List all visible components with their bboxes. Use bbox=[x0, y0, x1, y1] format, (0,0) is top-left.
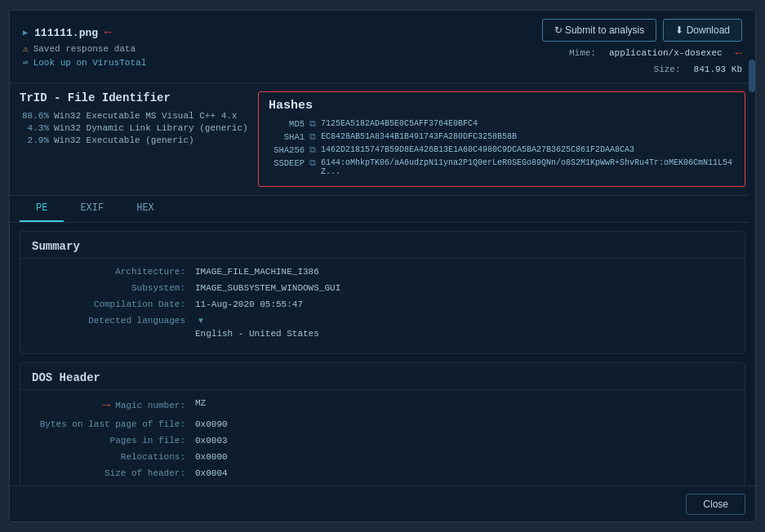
hash-label: SHA1 bbox=[269, 132, 305, 142]
tab-content-pe: Summary Architecture: IMAGE_FILE_MACHINE… bbox=[10, 223, 755, 485]
trid-row: 88.6%Win32 Executable MS Visual C++ 4.x bbox=[20, 111, 248, 121]
download-button[interactable]: ⬇ Download bbox=[663, 19, 742, 42]
bytes-row: Bytes on last page of file: 0x0090 bbox=[32, 419, 733, 429]
hash-rows: MD5 ⧉ 7125EA5182AD4B5E0C5AFF3764E0BFC4 S… bbox=[269, 119, 735, 176]
size-header-value: 0x0004 bbox=[195, 468, 228, 478]
trid-row: 4.3%Win32 Dynamic Link Library (generic) bbox=[20, 123, 248, 133]
tabs-bar: PE EXIF HEX bbox=[10, 196, 755, 223]
tab-hex[interactable]: HEX bbox=[120, 196, 171, 222]
copy-icon[interactable]: ⧉ bbox=[309, 132, 316, 142]
detected-languages-dropdown[interactable]: ▼ bbox=[198, 317, 203, 326]
detected-languages-value: ▼ bbox=[195, 316, 203, 326]
size-header-label: Size of header: bbox=[32, 468, 195, 478]
trid-row: 2.9%Win32 Executable (generic) bbox=[20, 135, 248, 145]
bytes-value: 0x0090 bbox=[195, 419, 228, 429]
compilation-label: Compilation Date: bbox=[32, 299, 195, 309]
close-button[interactable]: Close bbox=[686, 494, 745, 515]
filename-arrow-icon: ← bbox=[105, 25, 113, 40]
saved-response-label: Saved response data bbox=[33, 44, 136, 54]
hash-value: 7125EA5182AD4B5E0C5AFF3764E0BFC4 bbox=[321, 119, 478, 128]
detected-languages-row: Detected languages ▼ bbox=[32, 316, 733, 326]
trid-pct: 88.6% bbox=[20, 111, 49, 121]
size-header-row: Size of header: 0x0004 bbox=[32, 468, 733, 478]
language-value: English - United States bbox=[195, 329, 319, 339]
size-value: 841.93 Kb bbox=[694, 64, 742, 74]
arch-label: Architecture: bbox=[32, 267, 195, 277]
compilation-row: Compilation Date: 11-Aug-2020 05:55:47 bbox=[32, 299, 733, 309]
trid-pct: 4.3% bbox=[20, 123, 49, 133]
scrollbar-track[interactable] bbox=[749, 223, 755, 485]
subsystem-row: Subsystem: IMAGE_SUBSYSTEM_WINDOWS_GUI bbox=[32, 283, 733, 293]
mime-size-row: Mime: application/x-dosexec ← bbox=[569, 47, 742, 60]
mime-arrow-icon: ← bbox=[736, 47, 742, 60]
summary-body: Architecture: IMAGE_FILE_MACHINE_I386 Su… bbox=[20, 259, 745, 353]
trid-pct: 2.9% bbox=[20, 135, 49, 145]
trid-title: TrID - File Identifier bbox=[20, 91, 248, 104]
hashes-panel: Hashes MD5 ⧉ 7125EA5182AD4B5E0C5AFF3764E… bbox=[258, 91, 745, 187]
mime-label: Mime: bbox=[569, 48, 596, 58]
filename: 111111.png bbox=[34, 27, 98, 39]
summary-title: Summary bbox=[20, 232, 745, 259]
subsystem-value: IMAGE_SUBSYSTEM_WINDOWS_GUI bbox=[195, 283, 340, 293]
relocations-value: 0x0000 bbox=[195, 452, 228, 462]
size-row: Size: 841.93 Kb bbox=[654, 64, 742, 74]
magic-arrow-icon: → bbox=[103, 398, 111, 413]
hash-label: SHA256 bbox=[269, 145, 305, 155]
relocations-row: Relocations: 0x0000 bbox=[32, 452, 733, 462]
pages-row: Pages in file: 0x0003 bbox=[32, 436, 733, 446]
arch-value: IMAGE_FILE_MACHINE_I386 bbox=[195, 267, 319, 277]
modal-footer: Close bbox=[10, 485, 755, 521]
hash-label: SSDEEP bbox=[269, 158, 305, 168]
pages-label: Pages in file: bbox=[32, 436, 195, 446]
arch-row: Architecture: IMAGE_FILE_MACHINE_I386 bbox=[32, 267, 733, 277]
dos-header-title: DOS Header bbox=[20, 363, 745, 390]
submit-button[interactable]: ↻ Submit to analysis bbox=[542, 19, 657, 42]
virustotal-link[interactable]: Look up on VirusTotal bbox=[33, 58, 147, 68]
trid-label: Win32 Dynamic Link Library (generic) bbox=[54, 123, 248, 133]
hashes-title: Hashes bbox=[269, 99, 735, 113]
tab-exif[interactable]: EXIF bbox=[64, 196, 120, 222]
virustotal-row[interactable]: ⇌ Look up on VirusTotal bbox=[23, 57, 146, 68]
header-right: ↻ Submit to analysis ⬇ Download Mime: ap… bbox=[542, 19, 742, 74]
header-left: ▶ 111111.png ← ⚠ Saved response data ⇌ L… bbox=[23, 25, 146, 68]
copy-icon[interactable]: ⧉ bbox=[309, 158, 316, 168]
tab-pe[interactable]: PE bbox=[20, 196, 64, 222]
copy-icon[interactable]: ⧉ bbox=[309, 145, 316, 155]
header-buttons: ↻ Submit to analysis ⬇ Download bbox=[542, 19, 742, 42]
mime-value: application/x-dosexec bbox=[609, 48, 723, 58]
compilation-value: 11-Aug-2020 05:55:47 bbox=[195, 299, 303, 309]
hash-row: SHA256 ⧉ 1462D21815747B59D8EA426B13E1A60… bbox=[269, 145, 735, 155]
hash-value: EC8428AB51A8344B1B491743FA280DFC3258B58B bbox=[321, 132, 517, 141]
hash-label: MD5 bbox=[269, 119, 305, 129]
trid-rows: 88.6%Win32 Executable MS Visual C++ 4.x4… bbox=[20, 111, 248, 145]
language-value-row: English - United States bbox=[32, 329, 733, 339]
main-modal: ▶ 111111.png ← ⚠ Saved response data ⇌ L… bbox=[9, 10, 756, 522]
saved-response-row: ⚠ Saved response data bbox=[23, 43, 146, 54]
hash-row: MD5 ⧉ 7125EA5182AD4B5E0C5AFF3764E0BFC4 bbox=[269, 119, 735, 129]
magic-value: MZ bbox=[195, 398, 206, 408]
magic-label: → Magic number: bbox=[32, 398, 195, 413]
trid-label: Win32 Executable (generic) bbox=[54, 135, 194, 145]
trid-panel: TrID - File Identifier 88.6%Win32 Execut… bbox=[20, 91, 248, 187]
hash-row: SHA1 ⧉ EC8428AB51A8344B1B491743FA280DFC3… bbox=[269, 132, 735, 142]
expand-icon[interactable]: ▶ bbox=[23, 28, 28, 38]
filename-row: ▶ 111111.png ← bbox=[23, 25, 146, 40]
warning-icon: ⚠ bbox=[23, 43, 29, 54]
trid-label: Win32 Executable MS Visual C++ 4.x bbox=[54, 111, 237, 121]
detected-languages-label: Detected languages bbox=[32, 316, 195, 326]
size-label: Size: bbox=[654, 64, 681, 74]
hash-value: 1462D21815747B59D8EA426B13E1A60C4980C9DC… bbox=[321, 145, 634, 154]
dos-header-card: DOS Header → Magic number: MZ Bytes on l… bbox=[20, 362, 745, 485]
dos-header-body: → Magic number: MZ Bytes on last page of… bbox=[20, 390, 745, 485]
relocations-label: Relocations: bbox=[32, 452, 195, 462]
hash-value: 6144:oMhkpTK06/aA6udzpN11yna2P1Q0erLeR0S… bbox=[321, 158, 735, 176]
top-section: TrID - File Identifier 88.6%Win32 Execut… bbox=[10, 83, 755, 196]
hash-row: SSDEEP ⧉ 6144:oMhkpTK06/aA6udzpN11yna2P1… bbox=[269, 158, 735, 176]
subsystem-label: Subsystem: bbox=[32, 283, 195, 293]
magic-number-row: → Magic number: MZ bbox=[32, 398, 733, 413]
pages-value: 0x0003 bbox=[195, 436, 228, 446]
copy-icon[interactable]: ⧉ bbox=[309, 119, 316, 129]
summary-card: Summary Architecture: IMAGE_FILE_MACHINE… bbox=[20, 231, 745, 354]
modal-header: ▶ 111111.png ← ⚠ Saved response data ⇌ L… bbox=[10, 11, 755, 83]
modal-body: TrID - File Identifier 88.6%Win32 Execut… bbox=[10, 83, 755, 485]
